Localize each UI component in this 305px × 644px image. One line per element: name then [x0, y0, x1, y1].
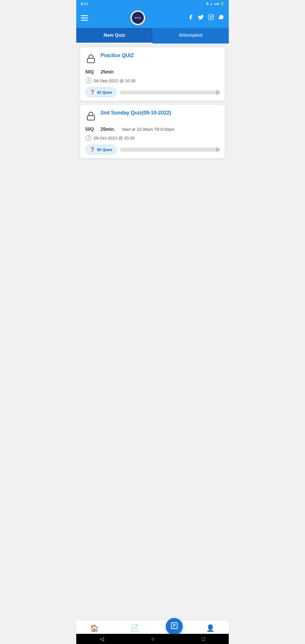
android-nav-bar: ◁ ○ □: [76, 634, 229, 644]
ques-badge-1[interactable]: ❓ 42 Ques: [85, 88, 116, 97]
app-logo: NHQ: [130, 10, 145, 25]
status-time: 8:17: [81, 2, 88, 6]
battery-icon: 🔋: [220, 2, 224, 6]
quiz-questions-1: 50Q: [85, 69, 94, 75]
quiz-questions-2: 50Q: [85, 127, 94, 132]
ques-label-2: 50 Ques: [97, 147, 112, 152]
quiz-card-1-header: Practice QUIZ: [85, 53, 220, 64]
social-icons-group: [188, 14, 224, 22]
ques-label-1: 42 Ques: [97, 90, 112, 95]
quesbank-nav-icon: 📄: [130, 624, 139, 632]
progress-bar-1: [120, 90, 220, 94]
nav-quiz-center-btn[interactable]: [166, 618, 183, 635]
svg-rect-4: [87, 116, 95, 120]
whatsapp-icon[interactable]: [218, 14, 224, 22]
lock-icon-2: [85, 110, 97, 122]
twitter-icon[interactable]: [198, 14, 204, 22]
quiz-title-2: 2nd Sunday Quiz(09-10-2022): [101, 110, 171, 116]
clock-icon-2: 🕐: [85, 135, 91, 141]
wifi-icon: wifi: [214, 2, 219, 6]
svg-point-1: [210, 16, 212, 18]
tab-bar: New Quiz Attempted: [76, 28, 229, 43]
instagram-icon[interactable]: [208, 14, 214, 22]
svg-rect-3: [87, 58, 95, 63]
clock-icon-1: 🕐: [85, 77, 91, 84]
svg-point-2: [212, 16, 213, 16]
time-display: 8:17: [81, 2, 88, 6]
quiz-card-2[interactable]: 2nd Sunday Quiz(09-10-2022) 50Q 25min. S…: [80, 105, 225, 158]
android-back-btn[interactable]: ◁: [100, 636, 104, 642]
status-bar: 8:17 ⚙ ▲ wifi 🔋: [76, 0, 229, 8]
quiz-footer-2: ❓ 50 Ques: [85, 145, 220, 154]
quiz-date-text-2: 09-Oct-2022 @ 10:30: [94, 136, 134, 140]
quiz-footer-1: ❓ 42 Ques: [85, 88, 220, 97]
quiz-card-1[interactable]: Practice QUIZ 50Q 25min 🕐 04-Sep-2022 @ …: [80, 47, 225, 101]
home-nav-icon: 🏠: [90, 624, 99, 632]
profile-nav-icon: 👤: [206, 624, 215, 632]
quiz-start-time-2: Start at 10:30am Till 6:00pm: [122, 127, 175, 132]
quiz-card-2-header: 2nd Sunday Quiz(09-10-2022): [85, 110, 220, 122]
status-icons: ⚙ ▲ wifi 🔋: [206, 2, 224, 6]
signal-icon: ▲: [210, 2, 213, 6]
progress-bar-2: [120, 148, 220, 152]
settings-status-icon: ⚙: [206, 2, 209, 6]
quiz-list: Practice QUIZ 50Q 25min 🕐 04-Sep-2022 @ …: [76, 43, 229, 162]
quiz-duration-1: 25min: [101, 69, 114, 75]
hamburger-menu[interactable]: [81, 15, 88, 21]
svg-rect-0: [208, 14, 213, 19]
tab-attempted[interactable]: Attempted: [152, 28, 229, 43]
quiz-center-icon: [170, 622, 178, 632]
facebook-icon[interactable]: [188, 14, 194, 22]
quiz-meta-1: 50Q 25min: [85, 69, 220, 75]
app-header: NHQ: [76, 8, 229, 28]
quiz-title-1: Practice QUIZ: [101, 53, 134, 58]
android-recent-btn[interactable]: □: [202, 636, 205, 642]
lock-icon-1: [85, 53, 97, 64]
ques-badge-2[interactable]: ❓ 50 Ques: [85, 145, 116, 154]
help-icon-1: ❓: [90, 90, 95, 95]
help-icon-2: ❓: [90, 147, 95, 152]
quiz-date-text-1: 04-Sep-2022 @ 10:30: [94, 78, 136, 83]
quiz-date-2: 🕐 09-Oct-2022 @ 10:30: [85, 135, 220, 141]
quiz-meta-2: 50Q 25min. Start at 10:30am Till 6:00pm: [85, 127, 220, 132]
quiz-date-1: 🕐 04-Sep-2022 @ 10:30: [85, 77, 220, 84]
android-home-btn[interactable]: ○: [151, 636, 154, 642]
quiz-duration-2: 25min.: [101, 127, 115, 132]
tab-new-quiz[interactable]: New Quiz: [76, 28, 152, 43]
